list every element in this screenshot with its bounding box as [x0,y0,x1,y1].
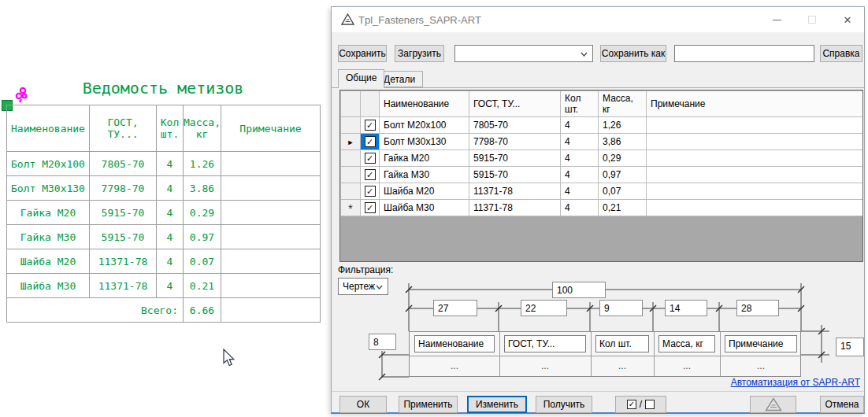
grid-col-header[interactable]: Примечание [647,91,863,117]
cad-table-row: Шайба М2011371-7840.07 [7,249,321,274]
cad-table-row: Шайба М3011371-7840.21 [7,274,321,298]
header-row-height-input[interactable]: 15 [836,338,864,356]
preview-data-cell: ... [499,360,591,371]
save-button[interactable]: Сохранить [338,45,387,62]
col-width-input[interactable]: 9 [599,300,643,316]
grid-col-header[interactable]: ГОСТ, ТУ... [469,91,561,117]
table-preview: Наименование ГОСТ, ТУ... Кол шт. Масса, … [409,331,801,377]
filter-combobox[interactable]: Чертеж [338,278,388,295]
cad-table-title: Ведомость метизов [6,79,320,98]
row-checkbox[interactable]: ✓ [365,202,376,213]
footer-divider [332,391,864,392]
total-width-input[interactable]: 100 [552,282,606,298]
template-combobox[interactable] [454,45,593,62]
save-as-button[interactable]: Сохранить как [600,45,666,62]
edit-button[interactable]: Изменить [467,396,527,413]
template-name-input[interactable] [674,45,814,62]
cad-col-header: Кол шт. [157,105,184,152]
cad-table-header-row: Наименование ГОСТ, ТУ... Кол шт. Масса, … [7,105,321,152]
grid-row: ✓ Шайба М2011371-7840,07 [341,183,863,200]
cad-table-total-row: Всего: 6.66 [7,298,321,323]
dialog-window: Tpl_Fasteners_SAPR-ART ✕ Сохранить Загру… [331,6,865,414]
data-row-height-input[interactable]: 8 [369,334,396,350]
minimize-icon [773,20,781,20]
col-label-input[interactable]: ГОСТ, ТУ... [504,335,586,352]
dialog-titlebar[interactable]: Tpl_Fasteners_SAPR-ART ✕ [332,7,864,32]
filter-label: Фильтрация: [338,264,393,275]
cad-col-header: ГОСТ, ТУ... [90,105,157,152]
cad-table-row: Болт М20х1007805-7041.26 [7,152,321,176]
vendor-link[interactable]: Автоматизация от SAPR-ART [731,377,860,388]
total-label: Всего: [7,298,184,323]
unchecked-box-icon [645,400,655,409]
close-icon: ✕ [844,14,852,26]
maximize-button[interactable] [799,10,825,29]
ok-button[interactable]: ОК [339,396,387,413]
col-width-input[interactable]: 14 [665,300,707,316]
sapr-art-logo-button[interactable] [750,396,796,413]
get-button[interactable]: Получить [536,396,592,413]
grid-row: ✓ Гайка М205915-7040,29 [341,150,863,167]
grid-col-header[interactable]: Наименование [380,91,469,117]
grid-checkbox-header [361,91,380,117]
cad-table-row: Болт М30х1307798-7043.86 [7,176,321,201]
app-logo-icon [341,13,354,25]
col-width-input[interactable]: 28 [736,300,779,316]
cad-fasteners-table: Наименование ГОСТ, ТУ... Кол шт. Масса, … [6,105,321,323]
row-checkbox[interactable]: ✓ [365,120,376,131]
grid-row: * ✓ Шайба М3011371-7840,21 [341,200,863,216]
row-checkbox[interactable]: ✓ [365,153,376,164]
col-label-input[interactable]: Кол шт. [595,335,649,352]
cad-col-header: Масса, кг [184,105,221,152]
load-button[interactable]: Загрузить [395,45,444,62]
cad-col-header: Примечание [221,105,321,152]
apply-button[interactable]: Применить [399,396,458,413]
chevron-down-icon [581,52,588,57]
checked-box-icon: ✓ [627,400,636,409]
preview-data-cell: ... [410,360,499,371]
cad-table-row: Гайка М305915-7040.97 [7,225,321,249]
fasteners-grid: Наименование ГОСТ, ТУ... Кол шт. Масса, … [339,90,863,262]
col-label-input[interactable]: Масса, кг [658,335,715,352]
current-row-pointer-icon: ► [347,138,354,146]
grid-row: ✓ Гайка М305915-7040,97 [341,167,863,183]
cad-col-header: Наименование [7,105,90,152]
total-value: 6.66 [184,298,221,323]
grid-row: ✓ Болт M20x1007805-7041,26 [341,117,863,134]
mouse-cursor [223,349,239,369]
col-width-input[interactable]: 27 [433,300,477,316]
row-checkbox[interactable]: ✓ [365,136,376,147]
cancel-button[interactable]: Отмена [820,396,864,413]
toggle-separator: / [640,399,642,410]
sapr-art-logo-icon [765,397,782,411]
col-width-input[interactable]: 22 [521,300,567,316]
grid-col-header[interactable]: Кол шт. [561,91,599,117]
grid-col-header[interactable]: Масса, кг [599,91,647,117]
grid-header-row: Наименование ГОСТ, ТУ... Кол шт. Масса, … [341,91,863,117]
grid-row-selected: ► ✓ Болт M30x1307798-7043,86 [341,134,863,150]
help-button[interactable]: Справка [820,45,862,62]
maximize-icon [808,16,816,24]
toggle-all-checkboxes-button[interactable]: ✓ / [615,396,666,413]
minimize-button[interactable] [764,10,789,29]
col-label-input[interactable]: Примечание [725,335,797,352]
row-checkbox[interactable]: ✓ [365,186,376,197]
insertion-marker-icon [13,83,32,104]
tab-general[interactable]: Общие [338,69,384,88]
new-row-indicator: * [348,205,353,212]
dialog-title: Tpl_Fasteners_SAPR-ART [358,14,481,26]
col-label-input[interactable]: Наименование [414,335,495,352]
tab-divider [332,87,864,88]
preview-data-cell: ... [591,360,654,371]
cad-table-row: Гайка М205915-7040.29 [7,201,321,225]
grid-corner-cell [341,91,361,117]
chevron-down-icon [376,285,383,290]
screen: Ведомость метизов Наименование ГОСТ, ТУ.… [0,0,868,417]
close-button[interactable]: ✕ [835,10,860,29]
filter-combobox-value: Чертеж [343,281,375,292]
preview-data-cell: ... [654,360,720,371]
row-checkbox[interactable]: ✓ [365,169,376,180]
preview-data-cell: ... [720,360,802,371]
